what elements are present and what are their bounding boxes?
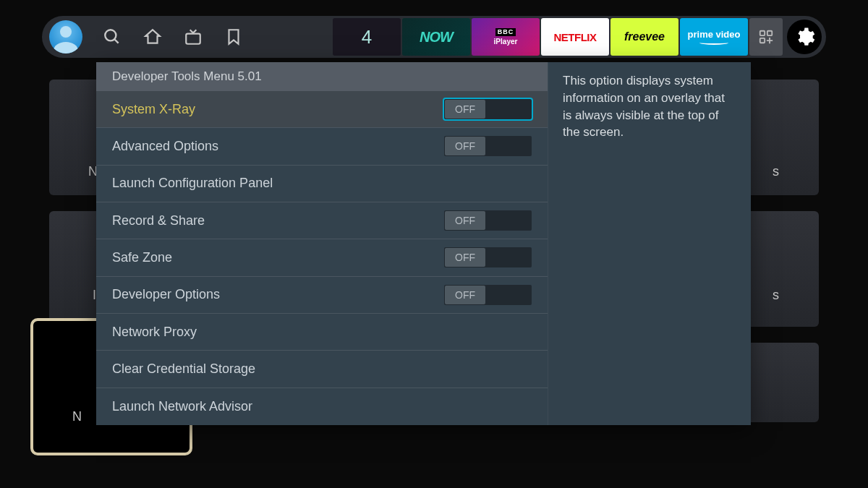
svg-rect-2 xyxy=(186,34,200,44)
toggle-record-share[interactable]: OFF xyxy=(444,210,532,231)
menu-item-system-xray[interactable]: System X-Ray OFF xyxy=(96,91,548,128)
menu-item-label: System X-Ray xyxy=(112,102,195,117)
settings-icon[interactable] xyxy=(787,20,822,54)
app-tile-freevee[interactable]: freevee xyxy=(610,18,678,56)
developer-tools-panel: Developer Tools Menu 5.01 System X-Ray O… xyxy=(96,62,751,425)
menu-item-label: Advanced Options xyxy=(112,139,218,154)
svg-rect-5 xyxy=(760,38,765,43)
app-tile-netflix[interactable]: NETFLIX xyxy=(541,18,609,56)
toggle-state: OFF xyxy=(445,248,485,267)
menu-item-launch-network-advisor[interactable]: Launch Network Advisor xyxy=(96,388,548,425)
app-tile-prime[interactable]: prime video xyxy=(680,18,748,56)
toggle-state: OFF xyxy=(445,137,485,155)
toggle-safe-zone[interactable]: OFF xyxy=(444,247,532,267)
home-icon[interactable] xyxy=(143,27,162,46)
iplayer-brand: BBC xyxy=(495,28,516,37)
menu-item-network-proxy[interactable]: Network Proxy xyxy=(96,314,548,351)
menu-item-label: Record & Share xyxy=(112,213,205,228)
prime-label: prime video xyxy=(688,30,741,39)
menu-item-safe-zone[interactable]: Safe Zone OFF xyxy=(96,239,548,276)
description-text: This option displays system information … xyxy=(563,72,736,141)
profile-avatar[interactable] xyxy=(49,20,82,53)
live-tv-icon[interactable] xyxy=(184,27,203,46)
iplayer-label: iPlayer xyxy=(494,38,518,46)
svg-rect-4 xyxy=(767,31,772,35)
svg-rect-3 xyxy=(760,31,765,35)
description-panel: This option displays system information … xyxy=(548,62,751,425)
menu-item-clear-credential-storage[interactable]: Clear Credential Storage xyxy=(96,351,548,388)
bg-text: s xyxy=(773,288,779,303)
menu-column: Developer Tools Menu 5.01 System X-Ray O… xyxy=(96,62,548,425)
toggle-advanced-options[interactable]: OFF xyxy=(444,136,532,156)
toggle-state: OFF xyxy=(445,100,485,119)
svg-point-0 xyxy=(105,30,116,40)
menu-item-advanced-options[interactable]: Advanced Options OFF xyxy=(96,128,548,165)
bg-text: s xyxy=(773,164,779,179)
app-tile-all-apps[interactable] xyxy=(749,18,783,56)
menu-item-label: Launch Configuration Panel xyxy=(112,176,273,191)
menu-item-label: Safe Zone xyxy=(112,250,172,265)
menu-item-record-share[interactable]: Record & Share OFF xyxy=(96,202,548,239)
toggle-state: OFF xyxy=(445,286,485,304)
app-tile-channel4[interactable]: 4 xyxy=(333,18,401,56)
prime-smile-icon xyxy=(699,40,728,45)
top-navigation: 4 NOW BBC iPlayer NETFLIX freevee prime … xyxy=(42,16,826,58)
menu-item-label: Launch Network Advisor xyxy=(112,399,252,414)
menu-item-label: Clear Credential Storage xyxy=(112,361,255,377)
toggle-state: OFF xyxy=(445,211,485,230)
menu-item-launch-config-panel[interactable]: Launch Configuration Panel xyxy=(96,166,548,202)
toggle-system-xray[interactable]: OFF xyxy=(444,99,532,119)
menu-title: Developer Tools Menu 5.01 xyxy=(96,62,548,91)
search-icon[interactable] xyxy=(103,27,122,46)
svg-line-1 xyxy=(114,39,118,43)
menu-item-developer-options[interactable]: Developer Options OFF xyxy=(96,277,548,314)
menu-item-label: Network Proxy xyxy=(112,325,197,340)
app-tile-now[interactable]: NOW xyxy=(402,18,470,56)
bg-text: N xyxy=(72,409,82,424)
menu-item-label: Developer Options xyxy=(112,287,220,302)
bookmark-icon[interactable] xyxy=(224,27,243,46)
app-tile-iplayer[interactable]: BBC iPlayer xyxy=(472,18,540,56)
toggle-developer-options[interactable]: OFF xyxy=(444,285,532,305)
app-tiles-row: 4 NOW BBC iPlayer NETFLIX freevee prime … xyxy=(333,18,783,56)
